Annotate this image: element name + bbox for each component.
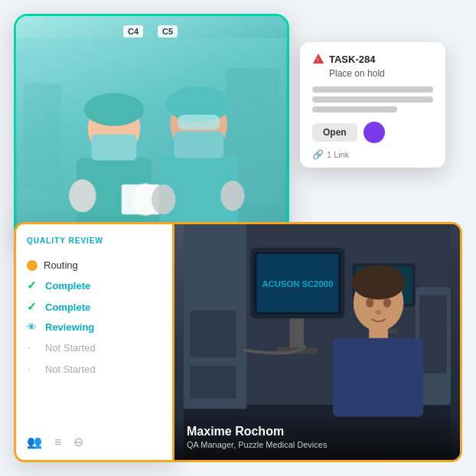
quality-item-complete-1: ✓ Complete <box>27 275 161 296</box>
people-icon[interactable]: 👥 <box>27 435 42 449</box>
not-started-label-2: Not Started <box>45 364 96 375</box>
quality-footer: 👥 ≡ ⊖ <box>27 435 83 449</box>
svg-point-43 <box>375 310 381 315</box>
check-icon-2: ✓ <box>27 300 39 314</box>
eye-icon: 👁 <box>27 321 39 333</box>
quality-item-not-started-1: · Not Started <box>27 337 161 358</box>
svg-text:ACUSON SC2000: ACUSON SC2000 <box>262 279 333 289</box>
warning-triangle-icon: ! <box>312 53 324 65</box>
quality-item-reviewing: 👁 Reviewing <box>27 318 161 337</box>
task-link[interactable]: 🔗 1 Link <box>312 149 433 160</box>
svg-point-40 <box>352 265 406 299</box>
complete-label-2: Complete <box>45 302 90 313</box>
complete-label-1: Complete <box>45 280 90 292</box>
open-button[interactable]: Open <box>312 123 357 142</box>
medical-card: C4 C5 <box>14 14 289 243</box>
person-role: QA Manager, Puzzle Medical Devices <box>187 440 448 449</box>
svg-rect-33 <box>190 311 236 358</box>
svg-rect-34 <box>190 366 236 399</box>
scene: C4 C5 <box>0 0 476 476</box>
svg-text:!: ! <box>317 57 318 63</box>
quality-panel-title: QUALITY REVIEW <box>27 236 161 245</box>
svg-rect-2 <box>24 83 61 188</box>
reviewing-label: Reviewing <box>45 321 94 333</box>
svg-point-8 <box>69 180 96 213</box>
minus-circle-icon[interactable]: ⊖ <box>73 435 83 449</box>
task-line-2 <box>312 96 433 103</box>
svg-rect-39 <box>333 338 423 417</box>
video-overlay: Maxime Rochom QA Manager, Puzzle Medical… <box>174 415 460 460</box>
svg-rect-13 <box>174 132 223 158</box>
bullet-icon-1: · <box>27 341 39 354</box>
task-card: ! TASK-284 Place on hold Open 🔗 1 Link <box>300 42 445 168</box>
svg-rect-15 <box>178 115 220 130</box>
surgeons-illustration <box>16 38 287 241</box>
svg-point-17 <box>220 181 244 211</box>
task-header: ! TASK-284 <box>312 53 433 65</box>
check-icon-1: ✓ <box>27 279 39 292</box>
svg-point-42 <box>383 298 391 308</box>
task-id: TASK-284 <box>329 54 375 65</box>
quality-item-complete-2: ✓ Complete <box>27 296 161 318</box>
routing-label: Routing <box>44 259 78 271</box>
video-card: ACUSON SC2000 <box>174 222 462 462</box>
c5-label: C5 <box>158 25 178 37</box>
task-line-1 <box>312 86 433 93</box>
link-icon: 🔗 <box>312 149 324 160</box>
svg-point-7 <box>84 93 144 126</box>
task-line-3 <box>312 106 397 112</box>
svg-point-41 <box>366 298 373 308</box>
quality-panel: QUALITY REVIEW Routing ✓ Complete ✓ Comp… <box>14 222 174 462</box>
task-actions: Open <box>312 122 433 143</box>
list-icon[interactable]: ≡ <box>54 435 61 449</box>
surgeon-scene: C4 C5 <box>16 16 287 241</box>
link-count: 1 Link <box>327 150 349 159</box>
svg-rect-26 <box>290 318 304 350</box>
medical-background: C4 C5 <box>16 16 287 241</box>
svg-rect-6 <box>92 135 137 161</box>
svg-rect-36 <box>419 295 447 373</box>
routing-dot-icon <box>27 260 37 271</box>
c4-label: C4 <box>123 25 143 37</box>
assignee-avatar[interactable] <box>364 122 385 143</box>
quality-item-not-started-2: · Not Started <box>27 358 161 380</box>
not-started-label-1: Not Started <box>45 342 96 354</box>
person-name: Maxime Rochom <box>187 424 448 439</box>
quality-item-routing: Routing <box>27 256 161 275</box>
svg-point-16 <box>152 185 175 215</box>
bottom-area: QUALITY REVIEW Routing ✓ Complete ✓ Comp… <box>14 222 462 462</box>
task-subtitle: Place on hold <box>329 68 433 79</box>
task-content-lines <box>312 86 433 112</box>
bullet-icon-2: · <box>27 362 39 376</box>
